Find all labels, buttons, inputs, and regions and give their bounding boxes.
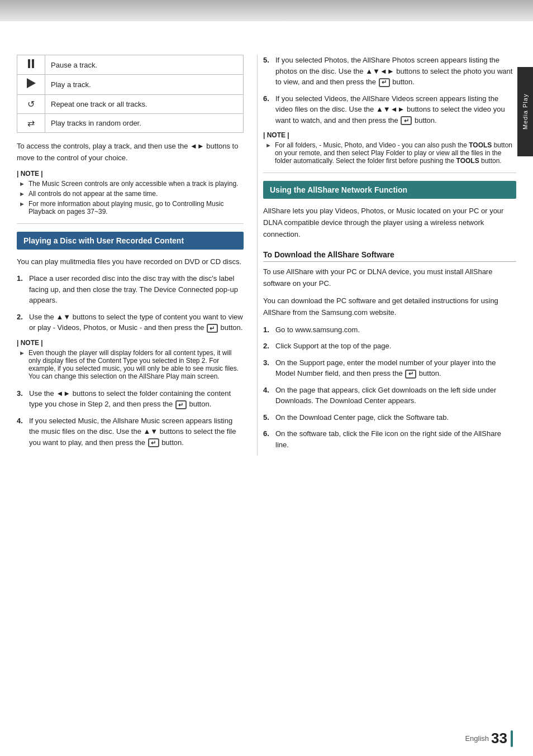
right-column: 5. If you selected Photos, the AllShare … <box>257 55 516 456</box>
table-row-play: Play a track. <box>17 75 244 95</box>
pause-icon-cell <box>17 55 45 75</box>
step-1: 1. Place a user recorded disc into the d… <box>17 273 244 306</box>
main-content: Pause a track. Play a track. ↺ Repeat on… <box>0 44 533 467</box>
note-arrow-icon: ► <box>19 350 25 356</box>
table-row-repeat: ↺ Repeat one track or all tracks. <box>17 95 244 114</box>
note-block-2: | NOTE | ► Even though the player will d… <box>17 339 244 380</box>
allshare-step-4: 4. On the page that appears, click Get d… <box>263 385 516 406</box>
steps-list-1: 1. Place a user recorded disc into the d… <box>17 273 244 333</box>
allshare-step-3: 3. On the Support page, enter the model … <box>263 357 516 379</box>
section1-intro: You can play mulitmedia files you have r… <box>17 256 244 268</box>
note1-title: | NOTE | <box>17 170 244 178</box>
enter-button-icon: ↵ <box>401 116 412 125</box>
enter-button-icon: ↵ <box>405 370 416 379</box>
step-5: 5. If you selected Photos, the AllShare … <box>263 55 516 88</box>
note1-item-1: ► All controls do not appear at the same… <box>17 190 244 198</box>
repeat-icon-cell: ↺ <box>17 95 45 114</box>
step-2: 2. Use the ▲▼ buttons to select the type… <box>17 312 244 333</box>
allshare-step-5: 5. On the Download Center page, click th… <box>263 412 516 423</box>
note1-item-0: ► The Music Screen controls are only acc… <box>17 180 244 188</box>
enter-button-icon: ↵ <box>148 438 159 447</box>
section1-header: Playing a Disc with User Recorded Conten… <box>17 232 244 250</box>
sub-intro-1: To use AllShare with your PC or DLNA dev… <box>263 266 516 290</box>
enter-button-icon: ↵ <box>379 78 390 87</box>
controls-intro: To access the controls, play a track, an… <box>17 141 244 164</box>
play-icon <box>27 78 36 88</box>
table-row-pause: Pause a track. <box>17 55 244 75</box>
pause-icon <box>28 59 34 69</box>
step-6: 6. If you selected Videos, the AllShare … <box>263 93 516 126</box>
left-column: Pause a track. Play a track. ↺ Repeat on… <box>17 55 257 456</box>
footer-language: English <box>465 734 489 743</box>
enter-button-icon: ↵ <box>207 324 218 333</box>
allshare-steps-list: 1. Go to www.samsung.com. 2. Click Suppo… <box>263 324 516 451</box>
divider-1 <box>17 223 244 224</box>
shuffle-icon: ⇄ <box>27 118 35 128</box>
sub-intro-2: You can download the PC software and get… <box>263 295 516 319</box>
section2-intro: AllShare lets you play Videos, Photos, o… <box>263 205 516 240</box>
note3-title: | NOTE | <box>263 131 516 139</box>
allshare-step-1: 1. Go to www.samsung.com. <box>263 324 516 336</box>
step-3: 3. Use the ◄► buttons to select the fold… <box>17 388 244 410</box>
page: Media Play Pause a track. <box>0 0 533 756</box>
note-arrow-icon: ► <box>265 142 272 149</box>
repeat-icon: ↺ <box>27 99 35 109</box>
allshare-step-2: 2. Click Support at the top of the page. <box>263 341 516 352</box>
footer-page-number: 33 <box>491 730 507 747</box>
note3-item-0: ► For all folders, - Music, Photo, and V… <box>263 141 516 165</box>
note-arrow-icon: ► <box>19 180 25 187</box>
allshare-step-6: 6. On the software tab, click the File i… <box>263 428 516 450</box>
note-arrow-icon: ► <box>19 190 25 197</box>
steps-list-3: 5. If you selected Photos, the AllShare … <box>263 55 516 126</box>
note2-item-0: ► Even though the player will display fo… <box>17 349 244 380</box>
pause-desc: Pause a track. <box>45 55 244 75</box>
footer-bar-icon <box>511 730 513 747</box>
top-bar <box>0 0 533 21</box>
note-arrow-icon: ► <box>19 200 25 207</box>
divider-2 <box>263 173 516 173</box>
note-block-1: | NOTE | ► The Music Screen controls are… <box>17 170 244 216</box>
table-row-shuffle: ⇄ Play tracks in random order. <box>17 114 244 133</box>
step-4: 4. If you selected Music, the Allshare M… <box>17 415 244 448</box>
play-icon-cell <box>17 75 45 95</box>
enter-button-icon: ↵ <box>175 400 187 409</box>
note-block-3: | NOTE | ► For all folders, - Music, Pho… <box>263 131 516 165</box>
shuffle-icon-cell: ⇄ <box>17 114 45 133</box>
sub-header-allshare: To Download the AllShare Software <box>263 250 516 262</box>
footer: English 33 <box>0 730 533 747</box>
steps-list-2: 3. Use the ◄► buttons to select the fold… <box>17 388 244 448</box>
shuffle-desc: Play tracks in random order. <box>45 114 244 133</box>
note1-item-2: ► For more information about playing mus… <box>17 200 244 216</box>
play-desc: Play a track. <box>45 75 244 95</box>
icon-table: Pause a track. Play a track. ↺ Repeat on… <box>17 55 244 133</box>
repeat-desc: Repeat one track or all tracks. <box>45 95 244 114</box>
note2-title: | NOTE | <box>17 339 244 347</box>
section2-header: Using the AllShare Network Function <box>263 181 516 199</box>
side-tab-media-play: Media Play <box>517 67 533 156</box>
